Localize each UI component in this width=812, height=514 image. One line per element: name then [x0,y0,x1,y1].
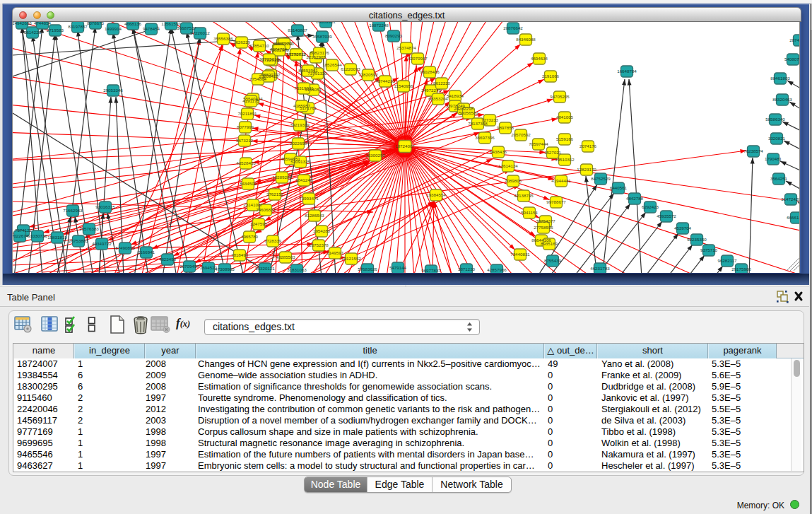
svg-text:81286543: 81286543 [305,213,324,218]
svg-text:32162965: 32162965 [306,54,326,59]
svg-text:19121552: 19121552 [341,256,361,261]
svg-text:88461803: 88461803 [770,76,790,81]
svg-text:83197857: 83197857 [68,24,88,29]
svg-text:11540956: 11540956 [394,83,413,88]
svg-text:39587039: 39587039 [312,34,332,39]
svg-text:43528453: 43528453 [236,160,256,165]
svg-text:8612220: 8612220 [433,81,451,86]
svg-text:5408072: 5408072 [784,57,800,62]
svg-text:2626229: 2626229 [233,40,251,45]
svg-text:20576383: 20576383 [79,226,99,231]
svg-text:57683626: 57683626 [358,267,377,271]
svg-text:7754864: 7754864 [249,76,267,81]
svg-text:1499914: 1499914 [105,26,122,31]
svg-text:43744231: 43744231 [375,78,395,83]
svg-text:5673212: 5673212 [236,138,254,143]
svg-text:93016315: 93016315 [95,204,115,209]
svg-text:5159166: 5159166 [556,136,574,141]
svg-text:8755439: 8755439 [544,258,562,263]
svg-text:97705310: 97705310 [259,57,279,62]
svg-text:2022698: 2022698 [290,141,307,146]
svg-text:46231783: 46231783 [590,266,610,271]
svg-text:48285503: 48285503 [276,255,295,259]
svg-text:4744854: 4744854 [34,22,52,25]
svg-text:9478454: 9478454 [143,26,160,31]
svg-text:5614226: 5614226 [24,30,42,35]
svg-text:8434500: 8434500 [240,181,257,186]
svg-text:71662963: 71662963 [63,208,83,213]
svg-text:20752378: 20752378 [309,243,329,247]
svg-text:29053346: 29053346 [103,88,123,93]
svg-text:58586340: 58586340 [765,117,785,122]
svg-text:97226012: 97226012 [190,30,210,35]
svg-text:6440561: 6440561 [610,185,628,190]
svg-text:31831063: 31831063 [287,267,307,272]
svg-text:4191175: 4191175 [242,98,259,103]
svg-text:5479144: 5479144 [389,265,407,270]
svg-text:67854710: 67854710 [249,43,269,48]
svg-text:49349722: 49349722 [92,241,112,246]
svg-text:31472420: 31472420 [781,197,800,201]
svg-text:16648784: 16648784 [617,69,637,74]
svg-text:1954280: 1954280 [313,228,331,233]
svg-text:2149597: 2149597 [326,250,344,255]
svg-text:4539704: 4539704 [674,226,692,230]
svg-text:8077999: 8077999 [237,124,254,129]
svg-text:42857966: 42857966 [487,267,507,272]
svg-text:1841248: 1841248 [295,177,313,182]
svg-text:35556386: 35556386 [213,36,233,41]
svg-text:3320821: 3320821 [768,136,786,141]
svg-text:19384554: 19384554 [426,192,446,197]
svg-text:4823498: 4823498 [159,257,177,262]
svg-text:4185957: 4185957 [293,103,311,108]
svg-text:8090293: 8090293 [385,33,403,38]
svg-text:91030736: 91030736 [28,233,47,238]
svg-text:6292423: 6292423 [642,204,659,209]
svg-text:38754377: 38754377 [536,218,555,223]
svg-text:96977837: 96977837 [421,268,441,273]
svg-text:4841005: 4841005 [556,115,574,119]
svg-text:7273233: 7273233 [481,117,499,122]
svg-text:24972279: 24972279 [421,88,441,93]
svg-text:96282117: 96282117 [717,258,737,263]
svg-text:3762152: 3762152 [266,192,284,197]
svg-text:2074176: 2074176 [579,144,597,148]
svg-text:18526544: 18526544 [322,62,342,67]
svg-text:41944441: 41944441 [551,178,571,183]
svg-text:3871230: 3871230 [458,267,476,271]
svg-text:29175900: 29175900 [731,267,751,271]
svg-text:68353204: 68353204 [428,96,448,101]
svg-text:84346088: 84346088 [516,37,536,42]
svg-text:83140807: 83140807 [288,28,307,33]
svg-text:7818496: 7818496 [231,252,249,257]
svg-text:12614124: 12614124 [498,163,518,168]
svg-text:61220073: 61220073 [341,66,360,71]
svg-text:20709497: 20709497 [180,264,199,269]
svg-text:4965789: 4965789 [241,234,259,239]
svg-text:1790481: 1790481 [765,156,782,161]
svg-text:88320463: 88320463 [772,97,792,102]
svg-text:82070937: 82070937 [408,56,428,61]
svg-text:1527021: 1527021 [544,150,562,155]
svg-text:36687537: 36687537 [177,25,196,30]
svg-text:66851760: 66851760 [274,41,294,46]
svg-text:1247595: 1247595 [250,221,268,226]
svg-text:2719583: 2719583 [47,28,64,33]
svg-text:96028436: 96028436 [420,69,440,74]
svg-text:74606833: 74606833 [256,207,276,212]
svg-text:94705205: 94705205 [550,94,570,99]
svg-text:20876642: 20876642 [503,25,523,30]
svg-text:25374874: 25374874 [396,45,416,50]
svg-text:9897858: 9897858 [497,125,514,130]
svg-text:95320121: 95320121 [255,266,275,271]
svg-text:7374122: 7374122 [15,228,33,233]
svg-text:73440831: 73440831 [510,252,530,257]
svg-text:87490893: 87490893 [115,245,135,250]
svg-text:52235350: 52235350 [687,237,707,242]
svg-text:4694634: 4694634 [531,56,548,61]
svg-text:3564251: 3564251 [770,176,788,181]
svg-text:10872248: 10872248 [369,23,389,28]
svg-text:10289289: 10289289 [272,175,292,180]
svg-text:4842788: 4842788 [626,196,644,201]
svg-text:72820592: 72820592 [358,72,378,77]
